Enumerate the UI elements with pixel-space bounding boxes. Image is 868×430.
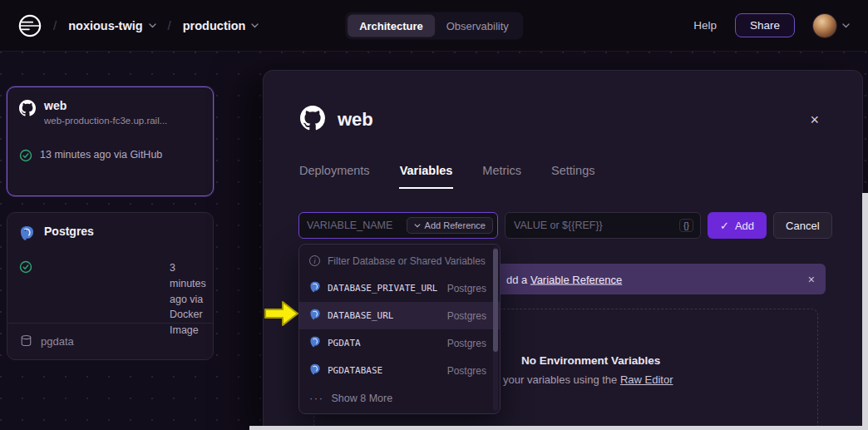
variable-name: DATABASE_URL <box>328 310 393 321</box>
dropdown-item-database-url[interactable]: DATABASE_URL Postgres <box>299 302 500 329</box>
chevron-down-icon <box>251 23 259 28</box>
help-button[interactable]: Help <box>693 19 717 32</box>
empty-state-text: your variables using the Raw Editor <box>503 373 673 386</box>
empty-text-fragment: your variables using the <box>503 373 620 386</box>
avatar <box>813 14 836 37</box>
deploy-status-text: 13 minutes ago via GitHub <box>40 149 162 161</box>
new-variable-form: Add Reference {} ✓ Add Cancel <box>298 212 832 239</box>
github-icon <box>19 100 36 116</box>
service-card-postgres[interactable]: Postgres 3 minutes ago via Docker Image … <box>7 212 214 360</box>
dropdown-item-database-private-url[interactable]: DATABASE_PRIVATE_URL Postgres <box>299 274 500 302</box>
variable-name: PGDATA <box>328 338 361 348</box>
postgres-icon <box>309 309 321 324</box>
vertical-scrollbar[interactable] <box>862 193 868 426</box>
project-name: noxious-twig <box>68 19 142 32</box>
deploy-success-icon <box>19 149 32 165</box>
service-domain: web-production-fc3e.up.rail... <box>44 116 167 126</box>
breadcrumb-separator: / <box>168 18 171 32</box>
empty-state-title: No Environment Variables <box>521 354 660 367</box>
variable-value-field: {} <box>505 212 701 239</box>
deploy-success-icon <box>19 260 162 279</box>
info-icon: i <box>309 255 320 266</box>
banner-text: dd a Variable Reference <box>506 273 622 285</box>
variable-reference-dropdown: i Filter Database or Shared Variables DA… <box>298 244 501 414</box>
tab-observability[interactable]: Observability <box>435 14 520 37</box>
raw-editor-link[interactable]: Raw Editor <box>620 373 673 386</box>
tab-settings[interactable]: Settings <box>550 164 595 189</box>
volume-name: pgdata <box>41 335 74 348</box>
postgres-icon <box>19 225 36 242</box>
volume-row[interactable]: pgdata <box>7 323 213 359</box>
panel-tabs: Deployments Variables Metrics Settings <box>298 164 595 189</box>
postgres-icon <box>309 281 321 296</box>
ellipsis-icon: ··· <box>309 392 324 404</box>
service-name: web <box>44 99 167 112</box>
service-name: Postgres <box>44 225 94 238</box>
show-more-button[interactable]: ··· Show 8 More <box>299 384 500 412</box>
postgres-icon <box>309 363 321 378</box>
account-menu[interactable] <box>813 14 850 37</box>
railway-app: / noxious-twig / production Architecture… <box>0 0 868 430</box>
variable-reference-link[interactable]: Variable Reference <box>530 273 622 285</box>
cancel-button[interactable]: Cancel <box>773 212 831 239</box>
variable-name: PGDATABASE <box>328 365 382 376</box>
dropdown-scrollbar-thumb[interactable] <box>493 249 498 352</box>
banner-text-fragment: dd a <box>506 273 530 285</box>
variable-source: Postgres <box>445 310 486 322</box>
top-navbar: / noxious-twig / production Architecture… <box>0 0 868 52</box>
nav-actions: Help Share <box>693 13 850 37</box>
share-button[interactable]: Share <box>735 13 795 37</box>
add-reference-label: Add Reference <box>425 220 486 230</box>
postgres-icon <box>309 336 321 351</box>
chevron-down-icon <box>414 224 421 228</box>
view-switcher: Architecture Observability <box>345 12 523 39</box>
chevron-down-icon <box>149 23 156 28</box>
environment-name: production <box>183 19 246 32</box>
banner-close-icon[interactable]: × <box>808 273 815 286</box>
add-reference-button[interactable]: Add Reference <box>407 217 493 234</box>
railway-logo-icon[interactable] <box>18 14 42 37</box>
show-more-label: Show 8 More <box>332 393 393 404</box>
service-card-web[interactable]: web web-production-fc3e.up.rail... 13 mi… <box>7 86 214 196</box>
check-icon: ✓ <box>720 220 729 232</box>
breadcrumb-separator: / <box>53 18 57 32</box>
filter-placeholder: Filter Database or Shared Variables <box>328 255 486 267</box>
github-icon <box>300 106 325 134</box>
dropdown-filter-input[interactable]: i Filter Database or Shared Variables <box>299 247 500 274</box>
variable-source: Postgres <box>445 365 486 377</box>
variable-source: Postgres <box>445 338 486 349</box>
tab-architecture[interactable]: Architecture <box>348 14 435 37</box>
volume-icon <box>20 334 32 349</box>
breadcrumb-environment[interactable]: production <box>183 19 259 32</box>
variable-source: Postgres <box>445 283 486 294</box>
tab-variables[interactable]: Variables <box>399 164 454 189</box>
tab-deployments[interactable]: Deployments <box>298 164 371 189</box>
variable-name-field: Add Reference <box>298 212 498 239</box>
breadcrumb-project[interactable]: noxious-twig <box>68 19 155 32</box>
add-variable-button[interactable]: ✓ Add <box>708 212 767 239</box>
variable-name: DATABASE_PRIVATE_URL <box>328 283 437 294</box>
horizontal-scrollbar[interactable] <box>249 426 868 430</box>
panel-title: web <box>338 109 373 131</box>
raw-value-toggle-icon[interactable]: {} <box>679 219 693 232</box>
service-detail-panel: web × Deployments Variables Metrics Sett… <box>263 70 863 430</box>
dropdown-item-pgdata[interactable]: PGDATA Postgres <box>299 329 500 357</box>
dropdown-item-pgdatabase[interactable]: PGDATABASE Postgres <box>299 357 500 384</box>
add-label: Add <box>735 220 754 232</box>
highlight-arrow <box>264 299 299 331</box>
tab-metrics[interactable]: Metrics <box>481 164 522 189</box>
variable-value-input[interactable] <box>514 220 673 231</box>
chevron-down-icon <box>842 23 850 28</box>
close-icon[interactable]: × <box>810 112 819 127</box>
